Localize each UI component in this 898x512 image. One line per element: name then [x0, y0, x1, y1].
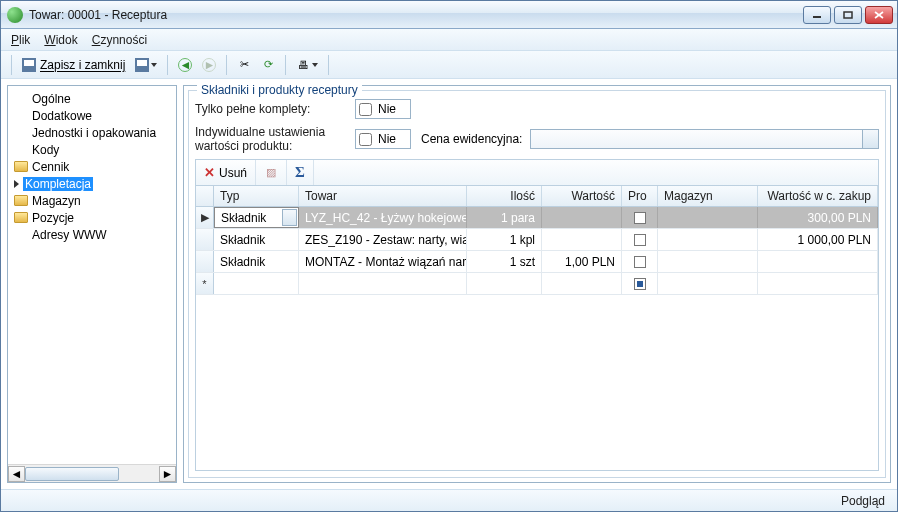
- tree-node-dodatkowe[interactable]: Dodatkowe: [10, 107, 174, 124]
- cell-wartosc-zakup[interactable]: 300,00 PLN: [758, 207, 878, 228]
- cell-towar[interactable]: [299, 273, 467, 294]
- table-row[interactable]: Składnik MONTAZ - Montaż wiązań narci...…: [196, 251, 878, 273]
- checkbox[interactable]: [634, 234, 646, 246]
- tree-node-kompletacja[interactable]: Kompletacja: [10, 175, 174, 192]
- cell-wartosc[interactable]: [542, 207, 622, 228]
- cell-wartosc-zakup[interactable]: [758, 251, 878, 272]
- maximize-button[interactable]: [834, 6, 862, 24]
- cell-magazyn[interactable]: [658, 251, 758, 272]
- tree-node-adresy[interactable]: Adresy WWW: [10, 226, 174, 243]
- col-wartosc-zakup[interactable]: Wartość w c. zakup: [758, 186, 878, 206]
- edit-icon: ▨: [264, 166, 278, 180]
- arrow-left-icon: ◄: [178, 58, 192, 72]
- pelne-komplety-toggle[interactable]: Nie: [355, 99, 411, 119]
- tree-node-jednostki[interactable]: Jednostki i opakowania: [10, 124, 174, 141]
- pelne-komplety-checkbox[interactable]: [359, 103, 372, 116]
- save-and-close-button[interactable]: Zapisz i zamknij: [18, 54, 129, 76]
- cell-pro[interactable]: [622, 251, 658, 272]
- typ-dropdown-button[interactable]: [282, 209, 297, 226]
- cell-wartosc-zakup[interactable]: 1 000,00 PLN: [758, 229, 878, 250]
- table-row[interactable]: ▶ Składnik LYZ_HC_42 - Łyżwy hokejowe ..…: [196, 207, 878, 229]
- tree-node-cennik[interactable]: Cennik: [10, 158, 174, 175]
- combo-drop-button[interactable]: [862, 130, 878, 148]
- folder-icon: [14, 212, 28, 223]
- cell-wartosc[interactable]: 1,00 PLN: [542, 251, 622, 272]
- col-typ[interactable]: Typ: [214, 186, 299, 206]
- cena-ewidencyjna-combo[interactable]: [530, 129, 879, 149]
- new-row-indicator: *: [196, 273, 214, 294]
- minimize-button[interactable]: [803, 6, 831, 24]
- nav-forward-button[interactable]: ►: [198, 54, 220, 76]
- col-magazyn[interactable]: Magazyn: [658, 186, 758, 206]
- cell-pro[interactable]: [622, 273, 658, 294]
- tree-node-kody[interactable]: Kody: [10, 141, 174, 158]
- table-row[interactable]: Składnik ZES_Z190 - Zestaw: narty, wią..…: [196, 229, 878, 251]
- checkbox[interactable]: [634, 278, 646, 290]
- menu-czynnosci[interactable]: Czynności: [92, 33, 147, 47]
- tree-node-magazyn[interactable]: Magazyn: [10, 192, 174, 209]
- horizontal-scrollbar[interactable]: ◄ ►: [8, 464, 176, 482]
- scroll-left-button[interactable]: ◄: [8, 466, 25, 482]
- col-pro[interactable]: Pro: [622, 186, 658, 206]
- nav-back-button[interactable]: ◄: [174, 54, 196, 76]
- menu-plik[interactable]: Plik: [11, 33, 30, 47]
- cell-magazyn[interactable]: [658, 273, 758, 294]
- edit-row-button[interactable]: ▨: [256, 160, 287, 185]
- refresh-button[interactable]: ⟳: [257, 54, 279, 76]
- toolbar: Zapisz i zamknij ◄ ► ✂ ⟳ 🖶: [1, 51, 897, 79]
- checkbox[interactable]: [634, 256, 646, 268]
- cell-ilosc[interactable]: 1 para: [467, 207, 542, 228]
- folder-icon: [14, 161, 28, 172]
- scroll-right-button[interactable]: ►: [159, 466, 176, 482]
- cell-ilosc[interactable]: 1 kpl: [467, 229, 542, 250]
- tools-button[interactable]: ✂: [233, 54, 255, 76]
- indywidualne-toggle[interactable]: Nie: [355, 129, 411, 149]
- sum-button[interactable]: Σ: [287, 160, 314, 185]
- col-wartosc[interactable]: Wartość: [542, 186, 622, 206]
- cell-towar[interactable]: LYZ_HC_42 - Łyżwy hokejowe ...: [299, 207, 467, 228]
- navigation-tree-pane: Ogólne Dodatkowe Jednostki i opakowania …: [7, 85, 177, 483]
- save-label: Zapisz i zamknij: [40, 58, 125, 72]
- cell-wartosc-zakup[interactable]: [758, 273, 878, 294]
- cell-pro[interactable]: [622, 207, 658, 228]
- disk-icon: [22, 58, 36, 72]
- cell-ilosc[interactable]: [467, 273, 542, 294]
- delete-row-button[interactable]: ✕ Usuń: [196, 160, 256, 185]
- label-pelne-komplety: Tylko pełne komplety:: [195, 102, 345, 116]
- print-button[interactable]: 🖶: [292, 54, 322, 76]
- components-grid: Typ Towar Ilość Wartość Pro Magazyn Wart…: [195, 185, 879, 471]
- refresh-icon: ⟳: [261, 58, 275, 72]
- cell-magazyn[interactable]: [658, 229, 758, 250]
- cell-towar[interactable]: ZES_Z190 - Zestaw: narty, wią...: [299, 229, 467, 250]
- table-new-row[interactable]: *: [196, 273, 878, 295]
- checkbox-nie-label: Nie: [378, 132, 396, 146]
- row-indicator: ▶: [196, 207, 214, 228]
- cell-wartosc[interactable]: [542, 229, 622, 250]
- cell-typ[interactable]: Składnik: [214, 207, 299, 228]
- cell-typ[interactable]: [214, 273, 299, 294]
- indywidualne-checkbox[interactable]: [359, 133, 372, 146]
- titlebar: Towar: 00001 - Receptura: [1, 1, 897, 29]
- close-button[interactable]: [865, 6, 893, 24]
- preview-button[interactable]: Podgląd: [841, 494, 885, 508]
- folder-icon: [14, 195, 28, 206]
- col-ilosc[interactable]: Ilość: [467, 186, 542, 206]
- groupbox-title: Składniki i produkty receptury: [197, 83, 362, 97]
- cell-towar[interactable]: MONTAZ - Montaż wiązań narci...: [299, 251, 467, 272]
- cell-magazyn[interactable]: [658, 207, 758, 228]
- cell-ilosc[interactable]: 1 szt: [467, 251, 542, 272]
- menubar: Plik Widok Czynności: [1, 29, 897, 51]
- menu-widok[interactable]: Widok: [44, 33, 77, 47]
- checkbox[interactable]: [634, 212, 646, 224]
- save-dropdown-button[interactable]: [131, 54, 161, 76]
- tree-node-pozycje[interactable]: Pozycje: [10, 209, 174, 226]
- tree-node-ogolne[interactable]: Ogólne: [10, 90, 174, 107]
- grid-header: Typ Towar Ilość Wartość Pro Magazyn Wart…: [196, 186, 878, 207]
- cell-typ[interactable]: Składnik: [214, 229, 299, 250]
- cell-wartosc[interactable]: [542, 273, 622, 294]
- scrollbar-thumb[interactable]: [25, 467, 119, 481]
- cell-typ[interactable]: Składnik: [214, 251, 299, 272]
- col-towar[interactable]: Towar: [299, 186, 467, 206]
- cell-pro[interactable]: [622, 229, 658, 250]
- recipe-groupbox: Składniki i produkty receptury Tylko peł…: [188, 90, 886, 478]
